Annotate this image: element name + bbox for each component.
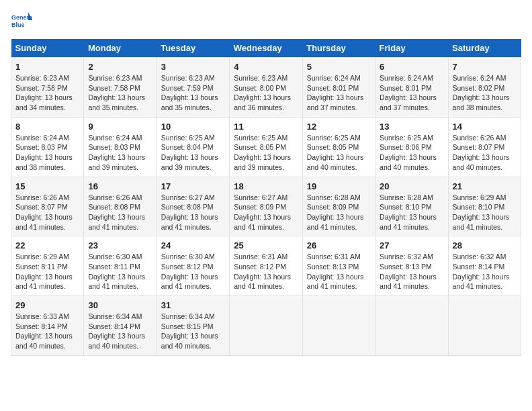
calendar-week-row: 29Sunrise: 6:33 AMSunset: 8:14 PMDayligh…	[11, 296, 521, 356]
calendar-day-cell: 6Sunrise: 6:24 AMSunset: 8:01 PMDaylight…	[375, 58, 448, 118]
calendar-day-cell: 1Sunrise: 6:23 AMSunset: 7:58 PMDaylight…	[11, 58, 84, 118]
calendar-empty-cell	[375, 296, 448, 356]
day-number: 31	[161, 300, 225, 310]
calendar-week-row: 15Sunrise: 6:26 AMSunset: 8:07 PMDayligh…	[11, 177, 521, 236]
day-info: Sunrise: 6:26 AMSunset: 8:08 PMDaylight:…	[88, 193, 152, 232]
calendar-day-cell: 18Sunrise: 6:27 AMSunset: 8:09 PMDayligh…	[230, 177, 302, 236]
calendar-day-cell: 25Sunrise: 6:31 AMSunset: 8:12 PMDayligh…	[230, 236, 302, 296]
calendar-day-cell: 21Sunrise: 6:29 AMSunset: 8:10 PMDayligh…	[448, 177, 521, 236]
day-info: Sunrise: 6:24 AMSunset: 8:03 PMDaylight:…	[15, 133, 79, 173]
day-info: Sunrise: 6:25 AMSunset: 8:04 PMDaylight:…	[161, 133, 225, 173]
calendar-table: SundayMondayTuesdayWednesdayThursdayFrid…	[11, 39, 521, 356]
day-info: Sunrise: 6:26 AMSunset: 8:07 PMDaylight:…	[15, 193, 79, 232]
day-number: 1	[15, 62, 79, 72]
calendar-day-cell: 11Sunrise: 6:25 AMSunset: 8:05 PMDayligh…	[230, 117, 302, 177]
day-info: Sunrise: 6:24 AMSunset: 8:01 PMDaylight:…	[380, 73, 443, 113]
weekday-header-wednesday: Wednesday	[230, 39, 302, 58]
day-info: Sunrise: 6:25 AMSunset: 8:05 PMDaylight:…	[307, 133, 371, 173]
calendar-day-cell: 20Sunrise: 6:28 AMSunset: 8:10 PMDayligh…	[375, 177, 448, 236]
day-number: 16	[88, 181, 152, 191]
day-number: 2	[88, 62, 152, 72]
calendar-day-cell: 27Sunrise: 6:32 AMSunset: 8:13 PMDayligh…	[375, 236, 448, 296]
calendar-empty-cell	[302, 296, 375, 356]
calendar-day-cell: 23Sunrise: 6:30 AMSunset: 8:11 PMDayligh…	[84, 236, 157, 296]
calendar-day-cell: 17Sunrise: 6:27 AMSunset: 8:08 PMDayligh…	[157, 177, 229, 236]
calendar-day-cell: 28Sunrise: 6:32 AMSunset: 8:14 PMDayligh…	[448, 236, 521, 296]
calendar-empty-cell	[448, 296, 521, 356]
calendar-week-row: 8Sunrise: 6:24 AMSunset: 8:03 PMDaylight…	[11, 117, 521, 177]
day-number: 26	[307, 240, 371, 250]
day-info: Sunrise: 6:27 AMSunset: 8:09 PMDaylight:…	[234, 193, 298, 232]
calendar-day-cell: 24Sunrise: 6:30 AMSunset: 8:12 PMDayligh…	[157, 236, 229, 296]
day-number: 22	[15, 240, 79, 250]
day-info: Sunrise: 6:26 AMSunset: 8:07 PMDaylight:…	[453, 133, 517, 173]
day-info: Sunrise: 6:24 AMSunset: 8:03 PMDaylight:…	[88, 133, 152, 173]
day-info: Sunrise: 6:23 AMSunset: 7:58 PMDaylight:…	[88, 73, 152, 113]
day-info: Sunrise: 6:23 AMSunset: 8:00 PMDaylight:…	[234, 73, 298, 113]
day-number: 15	[15, 181, 79, 191]
day-info: Sunrise: 6:32 AMSunset: 8:14 PMDaylight:…	[453, 252, 517, 291]
day-info: Sunrise: 6:29 AMSunset: 8:11 PMDaylight:…	[15, 252, 79, 291]
calendar-day-cell: 9Sunrise: 6:24 AMSunset: 8:03 PMDaylight…	[84, 117, 157, 177]
day-number: 11	[234, 122, 298, 132]
day-info: Sunrise: 6:24 AMSunset: 8:02 PMDaylight:…	[453, 73, 517, 113]
day-number: 20	[380, 181, 443, 191]
calendar-day-cell: 19Sunrise: 6:28 AMSunset: 8:09 PMDayligh…	[302, 177, 375, 236]
day-number: 6	[380, 62, 443, 72]
day-number: 30	[88, 300, 152, 310]
calendar-day-cell: 30Sunrise: 6:34 AMSunset: 8:14 PMDayligh…	[84, 296, 157, 356]
weekday-header-sunday: Sunday	[11, 39, 84, 58]
day-info: Sunrise: 6:24 AMSunset: 8:01 PMDaylight:…	[307, 73, 371, 113]
calendar-day-cell: 5Sunrise: 6:24 AMSunset: 8:01 PMDaylight…	[302, 58, 375, 118]
day-info: Sunrise: 6:34 AMSunset: 8:14 PMDaylight:…	[88, 312, 152, 351]
day-info: Sunrise: 6:34 AMSunset: 8:15 PMDaylight:…	[161, 312, 225, 351]
weekday-header-monday: Monday	[84, 39, 157, 58]
day-number: 9	[88, 122, 152, 132]
logo: General Blue	[11, 11, 32, 32]
calendar-day-cell: 16Sunrise: 6:26 AMSunset: 8:08 PMDayligh…	[84, 177, 157, 236]
weekday-header-friday: Friday	[375, 39, 448, 58]
day-number: 27	[380, 240, 443, 250]
day-number: 17	[161, 181, 225, 191]
calendar-week-row: 22Sunrise: 6:29 AMSunset: 8:11 PMDayligh…	[11, 236, 521, 296]
calendar-day-cell: 22Sunrise: 6:29 AMSunset: 8:11 PMDayligh…	[11, 236, 84, 296]
weekday-header-tuesday: Tuesday	[157, 39, 229, 58]
day-info: Sunrise: 6:23 AMSunset: 7:59 PMDaylight:…	[161, 73, 225, 113]
calendar-day-cell: 3Sunrise: 6:23 AMSunset: 7:59 PMDaylight…	[157, 58, 229, 118]
day-info: Sunrise: 6:25 AMSunset: 8:05 PMDaylight:…	[234, 133, 298, 173]
day-info: Sunrise: 6:31 AMSunset: 8:13 PMDaylight:…	[307, 252, 371, 291]
page-header: General Blue	[11, 11, 521, 32]
day-number: 25	[234, 240, 298, 250]
day-number: 4	[234, 62, 298, 72]
calendar-day-cell: 26Sunrise: 6:31 AMSunset: 8:13 PMDayligh…	[302, 236, 375, 296]
day-number: 13	[380, 122, 443, 132]
calendar-day-cell: 2Sunrise: 6:23 AMSunset: 7:58 PMDaylight…	[84, 58, 157, 118]
day-number: 14	[453, 122, 517, 132]
calendar-week-row: 1Sunrise: 6:23 AMSunset: 7:58 PMDaylight…	[11, 58, 521, 118]
calendar-day-cell: 15Sunrise: 6:26 AMSunset: 8:07 PMDayligh…	[11, 177, 84, 236]
day-number: 18	[234, 181, 298, 191]
calendar-day-cell: 8Sunrise: 6:24 AMSunset: 8:03 PMDaylight…	[11, 117, 84, 177]
calendar-day-cell: 4Sunrise: 6:23 AMSunset: 8:00 PMDaylight…	[230, 58, 302, 118]
day-number: 24	[161, 240, 225, 250]
day-number: 29	[15, 300, 79, 310]
day-number: 7	[453, 62, 517, 72]
day-info: Sunrise: 6:28 AMSunset: 8:09 PMDaylight:…	[307, 193, 371, 232]
day-info: Sunrise: 6:23 AMSunset: 7:58 PMDaylight:…	[15, 73, 79, 113]
day-info: Sunrise: 6:33 AMSunset: 8:14 PMDaylight:…	[15, 312, 79, 351]
day-info: Sunrise: 6:32 AMSunset: 8:13 PMDaylight:…	[380, 252, 443, 291]
day-number: 19	[307, 181, 371, 191]
weekday-header-saturday: Saturday	[448, 39, 521, 58]
calendar-empty-cell	[230, 296, 302, 356]
calendar-day-cell: 12Sunrise: 6:25 AMSunset: 8:05 PMDayligh…	[302, 117, 375, 177]
day-number: 3	[161, 62, 225, 72]
day-info: Sunrise: 6:28 AMSunset: 8:10 PMDaylight:…	[380, 193, 443, 232]
day-info: Sunrise: 6:30 AMSunset: 8:12 PMDaylight:…	[161, 252, 225, 291]
day-info: Sunrise: 6:29 AMSunset: 8:10 PMDaylight:…	[453, 193, 517, 232]
day-number: 21	[453, 181, 517, 191]
day-number: 12	[307, 122, 371, 132]
day-number: 8	[15, 122, 79, 132]
logo-container: General Blue	[11, 11, 32, 32]
calendar-day-cell: 29Sunrise: 6:33 AMSunset: 8:14 PMDayligh…	[11, 296, 84, 356]
calendar-day-cell: 7Sunrise: 6:24 AMSunset: 8:02 PMDaylight…	[448, 58, 521, 118]
